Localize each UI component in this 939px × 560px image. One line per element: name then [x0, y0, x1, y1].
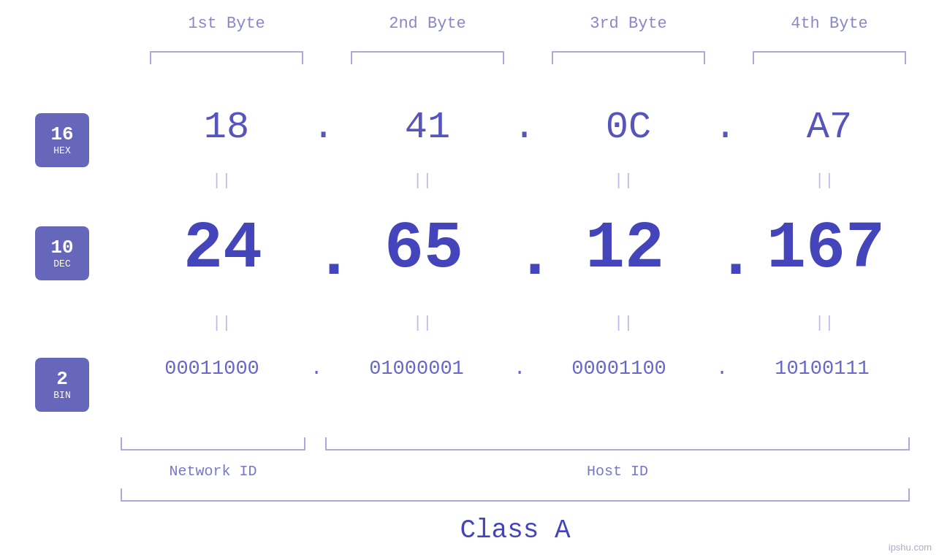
- hex-val-1: 18: [150, 106, 303, 149]
- badge-dec: 10 DEC: [35, 226, 89, 280]
- top-bracket-2: [351, 51, 504, 64]
- hex-val-4: A7: [753, 106, 906, 149]
- bottom-bracket-host: [325, 437, 910, 450]
- badge-dec-number: 10: [50, 238, 73, 257]
- bin-val-2: 01000001: [325, 358, 508, 380]
- badge-bin: 2 BIN: [35, 358, 89, 412]
- sep-hex-dec-4: ||: [815, 172, 834, 190]
- sep-hex-dec-3: ||: [614, 172, 633, 190]
- hex-dot-1: .: [312, 106, 335, 149]
- top-bracket-3: [552, 51, 705, 64]
- badge-hex-number: 16: [50, 125, 73, 144]
- bottom-bracket-network: [121, 437, 305, 450]
- bin-dot-3: .: [716, 358, 728, 380]
- top-bracket-4: [753, 51, 906, 64]
- byte-label-4: 4th Byte: [753, 15, 906, 33]
- watermark: ipshu.com: [889, 542, 932, 553]
- byte-label-1: 1st Byte: [150, 15, 303, 33]
- main-layout: 1st Byte 2nd Byte 3rd Byte 4th Byte 16 H…: [0, 0, 939, 560]
- class-label: Class A: [121, 515, 910, 545]
- hex-dot-3: .: [714, 106, 737, 149]
- top-bracket-1: [150, 51, 303, 64]
- hex-val-2: 41: [351, 106, 504, 149]
- host-id-label: Host ID: [325, 463, 910, 480]
- bin-dot-2: .: [514, 358, 525, 380]
- badge-bin-number: 2: [56, 369, 68, 388]
- badge-bin-label: BIN: [53, 390, 70, 401]
- dec-val-2: 65: [332, 212, 515, 286]
- hex-dot-2: .: [513, 106, 536, 149]
- hex-val-3: 0C: [552, 106, 705, 149]
- sep-dec-bin-1: ||: [212, 314, 231, 332]
- sep-hex-dec-1: ||: [212, 172, 231, 190]
- badge-hex: 16 HEX: [35, 113, 89, 167]
- bin-dot-1: .: [311, 358, 322, 380]
- class-bracket: [121, 488, 910, 502]
- sep-dec-bin-2: ||: [413, 314, 432, 332]
- dec-val-3: 12: [533, 212, 716, 286]
- dec-val-1: 24: [132, 212, 314, 286]
- sep-dec-bin-3: ||: [614, 314, 633, 332]
- bin-val-1: 00011000: [121, 358, 303, 380]
- dec-val-4: 167: [734, 212, 917, 286]
- bin-val-4: 10100111: [731, 358, 913, 380]
- byte-label-2: 2nd Byte: [351, 15, 504, 33]
- bin-val-3: 00001100: [528, 358, 710, 380]
- sep-dec-bin-4: ||: [815, 314, 834, 332]
- sep-hex-dec-2: ||: [413, 172, 432, 190]
- byte-label-3: 3rd Byte: [552, 15, 705, 33]
- badge-hex-label: HEX: [53, 145, 70, 156]
- badge-dec-label: DEC: [53, 258, 70, 269]
- network-id-label: Network ID: [121, 463, 305, 480]
